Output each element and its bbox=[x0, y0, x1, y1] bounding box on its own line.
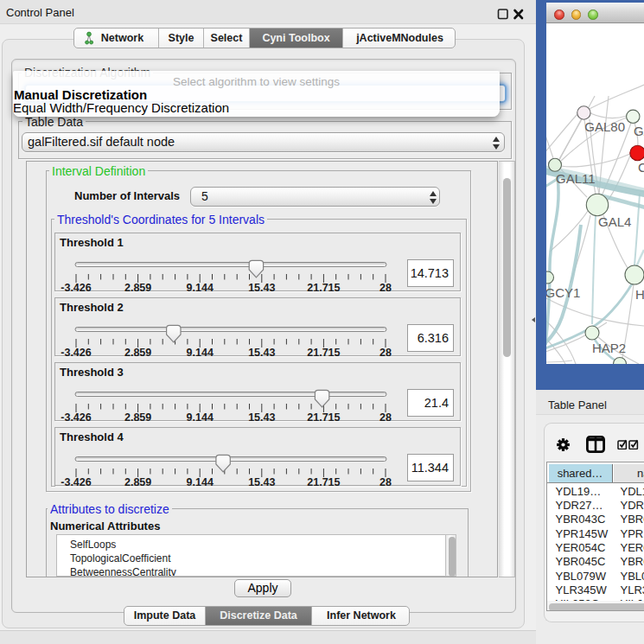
svg-text:15.43: 15.43 bbox=[248, 411, 275, 422]
svg-text:2.859: 2.859 bbox=[124, 476, 151, 487]
svg-text:9.144: 9.144 bbox=[187, 282, 214, 292]
svg-text:15.43: 15.43 bbox=[248, 282, 275, 292]
svg-text:HAP1: HAP1 bbox=[635, 287, 644, 302]
svg-text:28: 28 bbox=[379, 476, 392, 487]
svg-text:15.43: 15.43 bbox=[248, 476, 275, 487]
svg-text:21.715: 21.715 bbox=[307, 411, 340, 422]
svg-text:9.144: 9.144 bbox=[187, 476, 214, 487]
svg-text:2.859: 2.859 bbox=[124, 282, 151, 292]
svg-text:GAL4: GAL4 bbox=[598, 214, 631, 229]
svg-text:-3.426: -3.426 bbox=[61, 347, 91, 357]
svg-text:21.715: 21.715 bbox=[307, 282, 340, 292]
svg-text:-3.426: -3.426 bbox=[61, 282, 91, 292]
svg-text:21.715: 21.715 bbox=[307, 476, 340, 487]
svg-text:2.859: 2.859 bbox=[124, 347, 151, 357]
svg-text:21.715: 21.715 bbox=[307, 347, 340, 357]
svg-text:9.144: 9.144 bbox=[187, 347, 214, 357]
svg-text:GAL80: GAL80 bbox=[584, 119, 625, 134]
svg-text:28: 28 bbox=[379, 411, 392, 422]
svg-text:-3.426: -3.426 bbox=[61, 476, 91, 487]
svg-text:2.859: 2.859 bbox=[124, 411, 151, 422]
svg-text:15.43: 15.43 bbox=[248, 347, 275, 357]
svg-text:9.144: 9.144 bbox=[187, 411, 214, 422]
svg-text:28: 28 bbox=[379, 282, 392, 292]
svg-text:GCY1: GCY1 bbox=[546, 285, 580, 300]
svg-text:HAP2: HAP2 bbox=[592, 341, 626, 355]
svg-text:28: 28 bbox=[379, 347, 392, 357]
svg-text:-3.426: -3.426 bbox=[61, 411, 91, 422]
svg-text:GAL1: GAL1 bbox=[634, 124, 644, 138]
svg-text:CDC1: CDC1 bbox=[638, 160, 644, 175]
svg-text:GAL11: GAL11 bbox=[556, 171, 596, 186]
